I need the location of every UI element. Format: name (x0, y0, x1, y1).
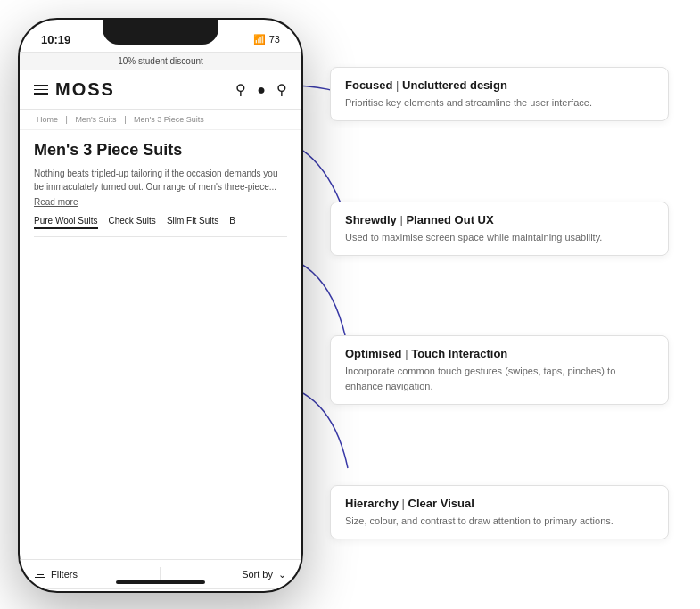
category-slim-fit[interactable]: Slim Fit Suits (167, 216, 218, 229)
category-check[interactable]: Check Suits (109, 216, 156, 229)
annotation-hierarchy-desc: Size, colour, and contrast to draw atten… (345, 514, 654, 529)
home-indicator (116, 580, 205, 584)
phone-notch (103, 20, 218, 45)
breadcrumb-home[interactable]: Home (37, 115, 58, 124)
bag-icon[interactable]: ⚲ (276, 81, 287, 98)
phone-shell: 10:19 📶 73 10% student discount MOSS ⚲ (18, 18, 303, 593)
annotation-focused-rest: Uncluttered design (402, 78, 507, 92)
category-pure-wool[interactable]: Pure Wool Suits (34, 216, 98, 229)
category-more[interactable]: B (229, 216, 235, 229)
hamburger-icon[interactable] (34, 85, 48, 95)
read-more-link[interactable]: Read more (34, 197, 287, 207)
annotation-shrewdly-rest: Planned Out UX (406, 213, 493, 226)
filter-icon (35, 572, 45, 578)
location-icon[interactable]: ● (257, 82, 266, 98)
annotation-shrewdly-bold: Shrewdly (345, 213, 397, 226)
header-left: MOSS (34, 79, 115, 100)
annotation-hierarchy-bold: Hierarchy (345, 497, 399, 510)
page-title: Men's 3 Piece Suits (34, 141, 287, 160)
annotation-focused: Focused | Uncluttered design Prioritise … (330, 67, 669, 122)
logo: MOSS (55, 79, 115, 100)
status-time: 10:19 (41, 33, 70, 46)
divider (160, 567, 161, 581)
breadcrumb: Home | Men's Suits | Men's 3 Piece Suits (20, 110, 301, 130)
category-links: Pure Wool Suits Check Suits Slim Fit Sui… (34, 216, 287, 237)
annotation-hierarchy-rest: Clear Visual (408, 497, 474, 510)
annotation-shrewdly-title: Shrewdly | Planned Out UX (345, 213, 654, 226)
annotation-optimised-bold: Optimised (345, 347, 402, 360)
app-header: MOSS ⚲ ● ⚲ (20, 70, 301, 110)
annotation-optimised-desc: Incorporate common touch gestures (swipe… (345, 364, 654, 393)
breadcrumb-current: Men's 3 Piece Suits (134, 115, 204, 124)
phone-screen: 10:19 📶 73 10% student discount MOSS ⚲ (20, 20, 301, 591)
annotation-optimised-title: Optimised | Touch Interaction (345, 347, 654, 360)
annotation-optimised-rest: Touch Interaction (411, 347, 507, 360)
breadcrumb-mens-suits[interactable]: Men's Suits (75, 115, 116, 124)
status-icons: 📶 73 (253, 34, 280, 45)
annotation-optimised: Optimised | Touch Interaction Incorporat… (330, 335, 669, 405)
page-description: Nothing beats tripled-up tailoring if th… (34, 167, 287, 193)
annotations-container: Focused | Uncluttered design Prioritise … (330, 27, 669, 580)
annotation-focused-desc: Prioritise key elements and streamline t… (345, 95, 654, 111)
sort-button[interactable]: Sort by ⌄ (242, 569, 286, 580)
annotation-focused-title: Focused | Uncluttered design (345, 78, 654, 92)
wifi-icon: 📶 (253, 34, 266, 45)
search-icon[interactable]: ⚲ (235, 81, 246, 98)
chevron-down-icon: ⌄ (278, 569, 286, 580)
phone-mockup: 10:19 📶 73 10% student discount MOSS ⚲ (18, 18, 303, 593)
battery-icon: 73 (269, 34, 280, 45)
page-content: Men's 3 Piece Suits Nothing beats triple… (20, 130, 301, 559)
annotation-focused-bold: Focused (345, 78, 392, 92)
header-right: ⚲ ● ⚲ (235, 81, 287, 98)
annotation-hierarchy-title: Hierarchy | Clear Visual (345, 497, 654, 510)
annotation-shrewdly: Shrewdly | Planned Out UX Used to maximi… (330, 202, 669, 257)
discount-banner: 10% student discount (20, 52, 301, 70)
annotation-shrewdly-desc: Used to maximise screen space while main… (345, 230, 654, 245)
filter-bar: Filters Sort by ⌄ (20, 559, 301, 589)
filter-button[interactable]: Filters (35, 569, 78, 580)
annotation-hierarchy: Hierarchy | Clear Visual Size, colour, a… (330, 485, 669, 540)
